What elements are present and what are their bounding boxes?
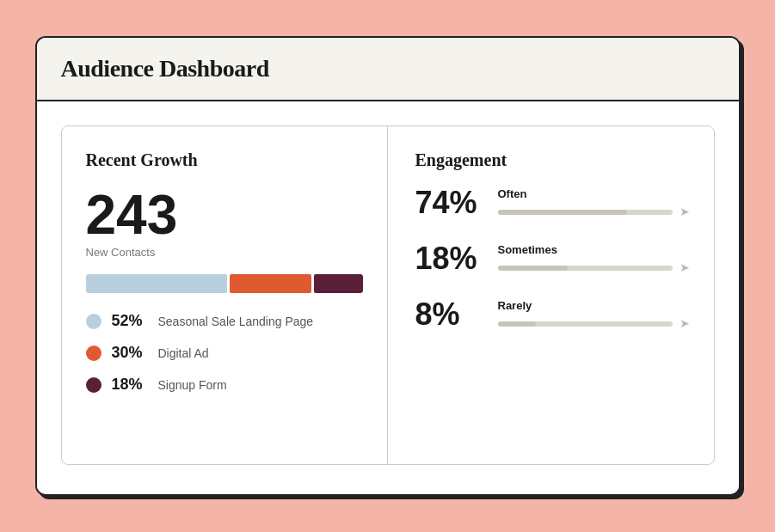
engagement-bar-bg xyxy=(498,266,673,271)
bar-segment-maroon xyxy=(314,274,363,293)
list-item: 52% Seasonal Sale Landing Page xyxy=(86,312,363,330)
engagement-bar-often: ➤ xyxy=(498,205,690,219)
dashboard-window: Audience Dashboard Recent Growth 243 New… xyxy=(35,36,741,496)
page-title: Audience Dashboard xyxy=(61,55,715,83)
recent-growth-title: Recent Growth xyxy=(86,150,363,170)
stacked-bar xyxy=(86,274,363,293)
engagement-panel: Engagement 74% Often ➤ xyxy=(388,126,714,464)
recent-growth-panel: Recent Growth 243 New Contacts 52% Seaso… xyxy=(62,126,388,464)
bar-segment-orange xyxy=(230,274,311,293)
legend-label-1: Seasonal Sale Landing Page xyxy=(158,315,314,328)
bar-segment-blue xyxy=(86,274,227,293)
engagement-label-sometimes: Sometimes xyxy=(498,243,690,256)
engagement-pct-sometimes: 18% xyxy=(415,243,484,274)
new-contacts-count: 243 xyxy=(86,187,363,242)
new-contacts-label: New Contacts xyxy=(86,246,363,259)
legend-pct-1: 52% xyxy=(112,312,148,330)
engagement-pct-often: 74% xyxy=(415,187,484,218)
window-body: Recent Growth 243 New Contacts 52% Seaso… xyxy=(37,101,739,489)
dashboard-card: Recent Growth 243 New Contacts 52% Seaso… xyxy=(61,125,715,465)
engagement-list: 74% Often ➤ 18% xyxy=(415,187,690,331)
window-header: Audience Dashboard xyxy=(37,38,739,101)
engagement-title: Engagement xyxy=(415,150,690,170)
send-icon[interactable]: ➤ xyxy=(680,205,690,219)
list-item: 8% Rarely ➤ xyxy=(415,299,690,331)
legend-pct-2: 30% xyxy=(112,344,148,362)
legend-dot-blue xyxy=(86,314,101,329)
engagement-label-rarely: Rarely xyxy=(498,299,690,312)
send-icon[interactable]: ➤ xyxy=(680,316,690,331)
legend-pct-3: 18% xyxy=(112,376,148,394)
legend-dot-orange xyxy=(86,345,101,361)
legend-list: 52% Seasonal Sale Landing Page 30% Digit… xyxy=(86,312,363,394)
engagement-label-often: Often xyxy=(498,187,690,200)
engagement-bar-rarely: ➤ xyxy=(498,316,690,331)
engagement-bar-sometimes: ➤ xyxy=(498,260,690,275)
list-item: 18% Signup Form xyxy=(86,376,363,394)
legend-label-3: Signup Form xyxy=(158,378,227,392)
list-item: 74% Often ➤ xyxy=(415,187,690,219)
engagement-bar-fill xyxy=(498,210,627,215)
engagement-bar-bg xyxy=(498,210,673,215)
list-item: 18% Sometimes ➤ xyxy=(415,243,690,275)
engagement-bar-fill xyxy=(498,321,537,327)
engagement-details-often: Often ➤ xyxy=(498,187,690,219)
engagement-details-sometimes: Sometimes ➤ xyxy=(498,243,690,275)
engagement-bar-fill xyxy=(498,266,568,271)
engagement-pct-rarely: 8% xyxy=(415,299,484,330)
send-icon[interactable]: ➤ xyxy=(680,260,690,275)
legend-label-2: Digital Ad xyxy=(158,346,209,360)
legend-dot-maroon xyxy=(86,377,101,393)
engagement-details-rarely: Rarely ➤ xyxy=(498,299,690,331)
engagement-bar-bg xyxy=(498,321,673,327)
list-item: 30% Digital Ad xyxy=(86,344,363,362)
